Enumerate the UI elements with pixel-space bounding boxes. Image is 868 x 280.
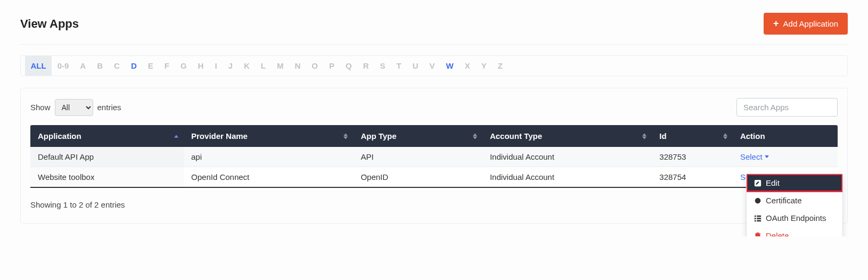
alpha-filter-s[interactable]: S — [374, 56, 391, 76]
menu-item-certificate-label: Certificate — [766, 196, 802, 205]
plus-icon: + — [773, 18, 779, 29]
menu-item-edit-label: Edit — [766, 178, 780, 187]
alpha-filter-r[interactable]: R — [357, 56, 374, 76]
alpha-filter-j[interactable]: J — [223, 56, 238, 76]
svg-rect-5 — [757, 218, 761, 219]
entries-select[interactable]: All — [55, 99, 93, 116]
alpha-filter-y[interactable]: Y — [476, 56, 492, 76]
trash-icon — [754, 232, 761, 237]
cell-app_type: API — [353, 147, 482, 167]
alpha-filter-v[interactable]: V — [424, 56, 440, 76]
cell-action: Select — [733, 147, 838, 167]
svg-rect-6 — [755, 220, 756, 221]
cell-application: Default API App — [30, 147, 184, 167]
alpha-filter-e[interactable]: E — [142, 56, 159, 76]
svg-point-1 — [755, 197, 761, 203]
col-provider-label: Provider Name — [191, 131, 248, 141]
apps-card: Show All entries Application Provider Na… — [20, 88, 848, 224]
alpha-filter-d[interactable]: D — [125, 56, 142, 76]
col-application[interactable]: Application — [30, 125, 184, 147]
alpha-filter-p[interactable]: P — [323, 56, 340, 76]
alpha-filter: ALL0-9ABCDEFGHIJKLMNOPQRSTUVWXYZ — [20, 55, 848, 76]
alpha-filter-g[interactable]: G — [175, 56, 192, 76]
col-apptype[interactable]: App Type — [353, 125, 482, 147]
sort-icon — [473, 133, 477, 139]
page-title: View Apps — [20, 17, 79, 31]
cell-app_type: OpenID — [353, 167, 482, 188]
alpha-filter-b[interactable]: B — [92, 56, 109, 76]
sort-icon — [343, 133, 348, 139]
apps-table: Application Provider Name App Type Accou… — [30, 125, 838, 188]
certificate-icon — [754, 197, 761, 204]
menu-item-certificate[interactable]: Certificate — [747, 192, 842, 209]
add-application-button[interactable]: + Add Application — [764, 13, 848, 35]
menu-item-oauth-label: OAuth Endpoints — [766, 213, 826, 223]
menu-item-edit[interactable]: Edit — [747, 174, 842, 192]
list-icon — [754, 215, 761, 222]
svg-rect-2 — [755, 215, 756, 217]
svg-rect-10 — [755, 233, 761, 234]
col-accounttype[interactable]: Account Type — [482, 125, 652, 147]
select-action-label: Select — [740, 152, 763, 161]
alpha-filter-q[interactable]: Q — [340, 56, 358, 76]
menu-item-oauth[interactable]: OAuth Endpoints — [747, 209, 842, 227]
sort-icon — [723, 133, 727, 139]
alpha-filter-l[interactable]: L — [255, 56, 271, 76]
cell-provider: api — [184, 147, 353, 167]
show-label-suffix: entries — [97, 103, 121, 112]
table-row: Website toolboxOpenId ConnectOpenIDIndiv… — [30, 167, 838, 188]
col-action: Action — [733, 125, 838, 147]
alpha-filter-x[interactable]: X — [459, 56, 476, 76]
svg-rect-8 — [756, 234, 760, 236]
svg-rect-4 — [755, 218, 756, 219]
alpha-filter-f[interactable]: F — [159, 56, 175, 76]
caret-down-icon — [765, 155, 769, 158]
alpha-filter-z[interactable]: Z — [492, 56, 508, 76]
svg-rect-3 — [757, 215, 761, 217]
alpha-filter-0-9[interactable]: 0-9 — [52, 56, 75, 76]
col-id-label: Id — [659, 131, 666, 141]
search-input[interactable] — [736, 98, 838, 117]
action-dropdown-menu: Edit Certificate OAuth Endpoints Delete — [746, 174, 843, 236]
col-action-label: Action — [740, 131, 765, 141]
alpha-filter-all[interactable]: ALL — [25, 56, 52, 76]
edit-icon — [754, 179, 761, 187]
alpha-filter-o[interactable]: O — [306, 56, 324, 76]
alpha-filter-k[interactable]: K — [238, 56, 255, 76]
col-accounttype-label: Account Type — [490, 131, 542, 141]
col-provider[interactable]: Provider Name — [184, 125, 353, 147]
add-application-label: Add Application — [783, 19, 838, 28]
svg-rect-7 — [757, 220, 761, 221]
select-action-link[interactable]: Select — [740, 152, 769, 161]
sort-icon — [642, 133, 646, 139]
svg-rect-9 — [756, 232, 759, 233]
alpha-filter-t[interactable]: T — [391, 56, 407, 76]
sort-icon — [174, 135, 178, 137]
col-id[interactable]: Id — [652, 125, 733, 147]
table-info-text: Showing 1 to 2 of 2 entries — [30, 200, 125, 209]
menu-item-delete-label: Delete — [766, 231, 789, 236]
cell-account_type: Individual Account — [482, 147, 652, 167]
alpha-filter-m[interactable]: M — [271, 56, 289, 76]
menu-item-delete[interactable]: Delete — [747, 227, 842, 236]
alpha-filter-w[interactable]: W — [440, 56, 459, 76]
show-entries-control: Show All entries — [30, 99, 121, 116]
alpha-filter-i[interactable]: I — [209, 56, 223, 76]
alpha-filter-n[interactable]: N — [289, 56, 306, 76]
cell-account_type: Individual Account — [482, 167, 652, 188]
cell-id: 328753 — [652, 147, 733, 167]
table-row: Default API AppapiAPIIndividual Account3… — [30, 147, 838, 167]
cell-provider: OpenId Connect — [184, 167, 353, 188]
cell-application: Website toolbox — [30, 167, 184, 188]
alpha-filter-c[interactable]: C — [109, 56, 126, 76]
alpha-filter-h[interactable]: H — [192, 56, 209, 76]
col-application-label: Application — [38, 131, 81, 141]
alpha-filter-a[interactable]: A — [75, 56, 92, 76]
col-apptype-label: App Type — [361, 131, 396, 141]
alpha-filter-u[interactable]: U — [407, 56, 424, 76]
cell-id: 328754 — [652, 167, 733, 188]
show-label-prefix: Show — [30, 103, 51, 112]
